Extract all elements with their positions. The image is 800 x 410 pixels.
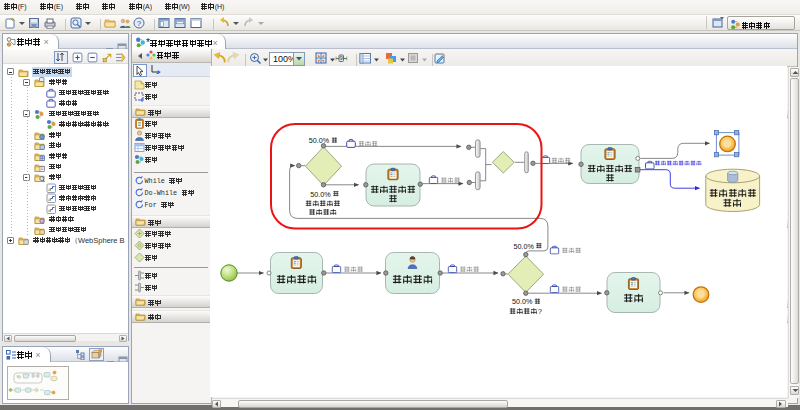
svg-text:50.0%: 50.0% (512, 297, 533, 306)
svg-text:50.0%: 50.0% (310, 190, 331, 199)
svg-text:50.0%: 50.0% (309, 136, 330, 145)
svg-text:9: 9 (340, 55, 343, 61)
svg-text:50.0%: 50.0% (514, 242, 535, 251)
svg-text:?: ? (137, 19, 142, 28)
svg-text:?: ? (538, 308, 542, 315)
